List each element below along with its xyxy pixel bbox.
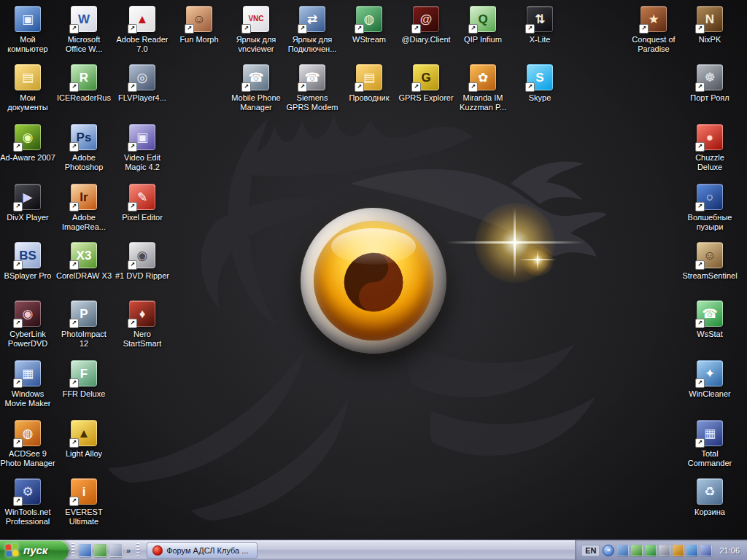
desktop-icon-coreldraw-x3[interactable]: X3↗CorelDRAW X3 xyxy=(56,242,112,281)
desktop-icon-nero-startsmart[interactable]: ♦↗Nero StartSmart xyxy=(115,300,170,349)
desktop-icon-dvd-ripper[interactable]: ◉↗#1 DVD Ripper xyxy=(115,242,170,281)
shortcut-arrow-overlay: ↗ xyxy=(695,24,705,34)
desktop-icon-miranda-im[interactable]: ✿↗Miranda IM Kuzzman P... xyxy=(455,64,511,112)
desktop-icon-my-computer[interactable]: ▣Мой компьютер xyxy=(0,6,55,54)
language-indicator[interactable]: EN xyxy=(581,545,600,556)
desktop-icon-divx-player[interactable]: ▶↗DivX Player xyxy=(0,184,55,222)
shortcut-arrow-overlay: ↗ xyxy=(128,24,137,34)
hide-tray-icons-button[interactable]: « xyxy=(603,545,614,556)
icon-label: Skype xyxy=(529,93,551,103)
desktop-icon-gprs-explorer[interactable]: G↗GPRS Explorer xyxy=(398,64,454,103)
shortcut-arrow-overlay: ↗ xyxy=(241,82,251,92)
desktop-icon-port-royal[interactable]: ☸↗Порт Роял xyxy=(682,64,738,103)
desktop-icon-photoimpact-12[interactable]: P↗PhotoImpact 12 xyxy=(56,300,112,349)
icon-label: Total Commander xyxy=(682,449,738,468)
desktop-icon-adobe-photoshop-cs2[interactable]: Ps↗Adobe Photoshop CS2 xyxy=(56,124,112,173)
port-royal-icon: ☸↗ xyxy=(697,64,723,90)
desktop-icon-acdsee-9-photo-manager[interactable]: ◍↗ACDSee 9 Photo Manager xyxy=(0,420,55,468)
shortcut-arrow-overlay: ↗ xyxy=(298,24,307,34)
icon-label: Ad-Aware 2007 xyxy=(0,153,55,163)
desktop-icon-icereaderrus[interactable]: R↗ICEReaderRus xyxy=(56,64,112,103)
desktop-icon-wstream[interactable]: ◍↗WStream xyxy=(341,6,397,44)
desktop-icons-layer: ▣Мой компьютер▤Мои документы◉↗Ad-Aware 2… xyxy=(0,0,747,560)
explorer-icon: ▤↗ xyxy=(356,64,382,90)
icon-label: Siemens GPRS Modem Assi... xyxy=(285,93,340,113)
taskbar: пуск » Форум АДСЛ Клуба ... EN « 21:06 xyxy=(0,540,747,560)
shortcut-arrow-overlay: ↗ xyxy=(695,82,705,92)
desktop-icon-my-documents[interactable]: ▤Мои документы xyxy=(0,64,55,112)
desktop-icon-windows-movie-maker[interactable]: ▦↗Windows Movie Maker xyxy=(0,360,55,408)
icon-label: BSplayer Pro xyxy=(4,271,52,281)
desktop-icon-pixel-editor[interactable]: ✎↗Pixel Editor xyxy=(115,184,170,222)
desktop-icon-magic-bubbles[interactable]: ○↗Волшебные пузыри xyxy=(682,184,738,232)
tray-icon-1[interactable] xyxy=(617,545,629,556)
tray-icon-5[interactable] xyxy=(673,545,684,556)
shortcut-arrow-overlay: ↗ xyxy=(13,378,23,388)
desktop-icon-qip-infium[interactable]: Q↗QIP Infium xyxy=(455,6,511,44)
shortcut-arrow-overlay: ↗ xyxy=(13,260,23,270)
desktop-icon-fun-morph[interactable]: ☺↗Fun Morph xyxy=(171,6,227,44)
icon-label: #1 DVD Ripper xyxy=(115,271,169,281)
desktop-icon-flvplayer4[interactable]: ◎↗FLVPlayer4... xyxy=(115,64,170,103)
dvd-ripper-icon: ◉↗ xyxy=(129,242,155,268)
desktop-icon-wintools-net-professional[interactable]: ⚙↗WinTools.net Professional xyxy=(0,478,55,526)
icon-label: Волшебные пузыри xyxy=(682,213,738,232)
desktop-icon-cyberlink-powerdvd[interactable]: ◉↗CyberLink PowerDVD xyxy=(0,300,55,349)
desktop-icon-dialup-connection-shortcut[interactable]: ⇄↗Ярлык для Подключен... xyxy=(285,6,340,54)
desktop-icon-nixpk[interactable]: N↗NixPK xyxy=(682,6,738,44)
start-button[interactable]: пуск xyxy=(0,540,69,560)
tray-icon-4[interactable] xyxy=(659,545,670,556)
desktop-icon-total-commander[interactable]: ▦↗Total Commander xyxy=(682,420,738,468)
desktop-icon-mobile-phone-manager[interactable]: ☎↗Mobile Phone Manager xyxy=(228,64,284,112)
quick-launch-icon-3[interactable] xyxy=(109,544,123,557)
shortcut-arrow-overlay: ↗ xyxy=(69,319,79,328)
quick-launch-icon-2[interactable] xyxy=(94,544,107,557)
desktop-icon-chuzzle-deluxe[interactable]: ●↗Chuzzle Deluxe xyxy=(682,124,738,172)
quick-launch-overflow-chevron[interactable]: » xyxy=(125,546,132,555)
desktop-icon-everest-ultimate-edition[interactable]: i↗EVEREST Ultimate Edition xyxy=(56,478,112,527)
desktop-icon-diary-client[interactable]: @↗@Diary.Client xyxy=(398,6,454,44)
tray-icon-3[interactable] xyxy=(645,545,657,556)
icon-label: WsStat xyxy=(697,330,722,339)
acdsee-9-photo-manager-icon: ◍↗ xyxy=(15,420,41,446)
icon-label: WinTools.net Professional xyxy=(0,508,55,526)
taskbar-task-button[interactable]: Форум АДСЛ Клуба ... xyxy=(147,542,258,559)
shortcut-arrow-overlay: ↗ xyxy=(128,202,137,211)
desktop-icon-vnc-viewer-shortcut[interactable]: VNC↗Ярлык для vncviewer xyxy=(228,6,284,54)
x-lite-icon: ⇅↗ xyxy=(527,6,553,32)
desktop-icon-adobe-imageready[interactable]: Ir↗Adobe ImageRea... xyxy=(56,184,112,232)
quick-launch-icon-1[interactable] xyxy=(79,544,92,557)
desktop-icon-light-alloy[interactable]: ▲↗Light Alloy xyxy=(56,420,112,459)
icon-label: DivX Player xyxy=(7,213,48,222)
icon-label: WinCleaner xyxy=(689,389,730,399)
tray-icon-7[interactable] xyxy=(700,545,712,556)
desktop-icon-skype[interactable]: S↗Skype xyxy=(512,64,568,103)
desktop-icon-ad-aware-2007[interactable]: ◉↗Ad-Aware 2007 xyxy=(0,124,55,163)
icon-label: ICEReaderRus xyxy=(57,93,111,103)
shortcut-arrow-overlay: ↗ xyxy=(355,82,364,92)
shortcut-arrow-overlay: ↗ xyxy=(695,378,705,388)
desktop-icon-adobe-reader-7[interactable]: ▲↗Adobe Reader 7.0 xyxy=(115,6,170,54)
tray-icon-6[interactable] xyxy=(686,545,698,556)
shortcut-arrow-overlay: ↗ xyxy=(13,497,23,506)
desktop-icon-conquest-of-paradise[interactable]: ★↗Conquest of Paradise xyxy=(626,6,681,54)
desktop-icon-streamsentinel[interactable]: ☺↗StreamSentinel xyxy=(682,242,738,281)
photoimpact-12-icon: P↗ xyxy=(71,300,97,327)
icon-label: FFR Deluxe xyxy=(63,389,106,399)
desktop-icon-bsplayer-pro[interactable]: BS↗BSplayer Pro xyxy=(0,242,55,281)
desktop-icon-video-edit-magic[interactable]: ▣↗Video Edit Magic 4.2 xyxy=(115,124,170,172)
desktop-icon-microsoft-office-word[interactable]: W↗Microsoft Office W... xyxy=(56,6,112,54)
shortcut-arrow-overlay: ↗ xyxy=(13,438,23,448)
desktop-icon-recycle-bin[interactable]: ♻Корзина xyxy=(682,478,738,517)
desktop-icon-wsstat[interactable]: ☎↗WsStat xyxy=(682,300,738,339)
dialup-connection-shortcut-icon: ⇄↗ xyxy=(299,6,325,32)
icon-label: X-Lite xyxy=(530,35,551,44)
desktop-icon-x-lite[interactable]: ⇅↗X-Lite xyxy=(512,6,568,44)
mobile-phone-manager-icon: ☎↗ xyxy=(243,64,269,90)
desktop-icon-explorer[interactable]: ▤↗Проводник xyxy=(341,64,397,103)
system-tray: EN « 21:06 xyxy=(575,540,747,560)
tray-icon-2[interactable] xyxy=(631,545,643,556)
desktop-icon-ffr-deluxe[interactable]: F↗FFR Deluxe xyxy=(56,360,112,399)
desktop-icon-siemens-gprs-modem-assistant[interactable]: ☎↗Siemens GPRS Modem Assi... xyxy=(285,64,340,113)
desktop-icon-wincleaner[interactable]: ✦↗WinCleaner xyxy=(682,360,738,399)
